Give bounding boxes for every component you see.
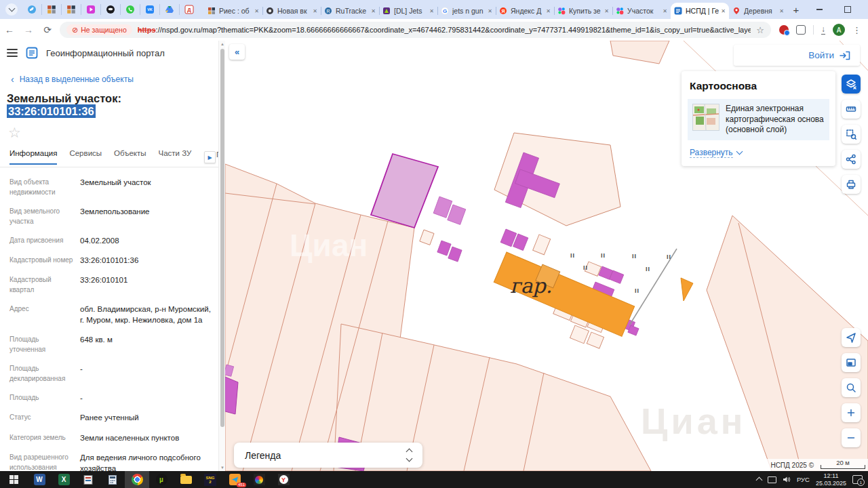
minimize-button[interactable] bbox=[805, 0, 833, 19]
vk-pinned-tab[interactable]: VK bbox=[140, 4, 159, 15]
google-drive-pinned-tab[interactable] bbox=[159, 4, 179, 15]
tab-close-icon[interactable]: ✕ bbox=[779, 8, 784, 14]
browser-tab[interactable]: Риес : об✕ bbox=[204, 3, 262, 19]
taskbar-word[interactable]: W bbox=[27, 471, 52, 488]
taskbar-app-calc[interactable] bbox=[100, 471, 125, 488]
omnibox[interactable]: ⊘ Не защищено https://nspd.gov.ru/map?th… bbox=[60, 22, 771, 38]
login-bar[interactable]: Войти bbox=[734, 45, 860, 66]
reload-button[interactable]: ⟳ bbox=[38, 24, 57, 35]
grid-app-1-pinned-tab[interactable] bbox=[41, 4, 61, 15]
taskbar-excel[interactable]: X bbox=[52, 471, 76, 488]
taskbar-app-doc[interactable] bbox=[76, 471, 100, 488]
basemap-layer-item[interactable]: Единая электронная картографическая осно… bbox=[688, 99, 829, 140]
favorite-star-icon[interactable]: ☆ bbox=[8, 125, 24, 141]
share-tool-button[interactable] bbox=[842, 150, 861, 169]
security-badge[interactable]: ⊘ Не защищено bbox=[66, 24, 132, 35]
grid-app-1-icon bbox=[47, 5, 56, 14]
maximize-button[interactable] bbox=[833, 0, 862, 19]
taskbar-chrome[interactable] bbox=[125, 471, 149, 488]
browser-tab[interactable]: ЯЯндекс Д✕ bbox=[496, 3, 554, 19]
zoom-in-button[interactable] bbox=[842, 403, 861, 422]
taskbar-yandex-browser[interactable]: Y bbox=[271, 471, 296, 488]
chevron-down-icon bbox=[8, 5, 15, 12]
play-app-pinned-tab[interactable] bbox=[81, 4, 100, 15]
clock[interactable]: 12:11 25.03.2025 bbox=[816, 472, 846, 487]
sidebar-tab[interactable]: Объекты bbox=[114, 149, 146, 165]
tab-close-icon[interactable]: ✕ bbox=[721, 8, 726, 14]
sidebar-tab[interactable]: Информация bbox=[9, 149, 57, 165]
tab-close-icon[interactable]: ✕ bbox=[313, 8, 317, 14]
tab-close-icon[interactable]: ✕ bbox=[604, 8, 609, 14]
browser-tab[interactable]: Участок✕ bbox=[612, 3, 671, 19]
print-tool-button[interactable] bbox=[842, 175, 861, 194]
hamburger-menu-icon[interactable] bbox=[7, 47, 18, 59]
language-indicator[interactable]: РУС bbox=[797, 476, 810, 483]
mask-app-pinned-tab[interactable] bbox=[100, 4, 120, 15]
scrollbar-thumb[interactable] bbox=[220, 49, 224, 427]
browser-tab[interactable]: Деревня✕ bbox=[729, 3, 787, 19]
adblock-extension-icon[interactable] bbox=[779, 25, 789, 35]
close-button[interactable] bbox=[862, 0, 868, 19]
browser-tab[interactable]: RRuTracke✕ bbox=[321, 3, 379, 19]
minimap-button[interactable] bbox=[842, 353, 861, 372]
selected-parcel[interactable] bbox=[371, 154, 438, 228]
google-drive-icon bbox=[165, 5, 174, 14]
ruler-tool-button[interactable] bbox=[842, 100, 861, 119]
browser-tab[interactable]: Gjets n gun✕ bbox=[437, 3, 496, 19]
sidebar-tab[interactable]: Части ЗУ bbox=[159, 149, 192, 165]
tray-expand-icon[interactable] bbox=[755, 477, 762, 484]
geolocation-button[interactable] bbox=[842, 328, 861, 347]
browser-tab[interactable]: НСПД | Ге✕ bbox=[671, 3, 729, 19]
portal-header: Геоинформационный портал bbox=[0, 41, 218, 65]
tab-search-button[interactable] bbox=[5, 3, 18, 16]
back-button[interactable]: ← bbox=[0, 24, 19, 35]
back-to-selected-link[interactable]: ‹ Назад в выделенные объекты bbox=[11, 75, 218, 84]
bookmark-star-icon[interactable]: ☆ bbox=[756, 25, 764, 35]
legend-bar[interactable]: Легенда bbox=[234, 443, 422, 468]
area-select-tool-button[interactable] bbox=[842, 125, 861, 144]
field-value: Земельный участок bbox=[80, 177, 214, 197]
legend-label: Легенда bbox=[245, 450, 407, 461]
taskbar-utorrent[interactable]: µ bbox=[149, 471, 174, 488]
tray-monitor-icon[interactable] bbox=[768, 476, 776, 483]
tab-close-icon[interactable]: ✕ bbox=[429, 8, 434, 14]
grid-app-2-pinned-tab[interactable] bbox=[61, 4, 81, 15]
layers-tool-button[interactable] bbox=[842, 75, 861, 94]
field-label: Площадь уточненная bbox=[9, 334, 80, 354]
forward-button[interactable]: → bbox=[19, 24, 38, 35]
browser-tab[interactable]: Купить зе✕ bbox=[554, 3, 612, 19]
taskbar-explorer[interactable] bbox=[174, 471, 198, 488]
taskbar-telegram[interactable]: 451 bbox=[222, 471, 247, 488]
menu-dots-icon[interactable]: ⋮ bbox=[852, 25, 861, 35]
twitter-pinned-tab[interactable] bbox=[22, 4, 41, 15]
tab-close-icon[interactable]: ✕ bbox=[371, 8, 376, 14]
notification-icon[interactable]: 1 bbox=[852, 475, 863, 484]
svg-text:R: R bbox=[326, 9, 330, 14]
zoom-to-extent-button[interactable] bbox=[842, 378, 861, 397]
tab-close-icon[interactable]: ✕ bbox=[546, 8, 551, 14]
whatsapp-pinned-tab[interactable] bbox=[120, 4, 140, 15]
browser-tab[interactable]: [DL] Jets✕ bbox=[379, 3, 437, 19]
start-button[interactable] bbox=[0, 471, 27, 488]
tab-close-icon[interactable]: ✕ bbox=[488, 8, 492, 14]
basemap-expand-link[interactable]: Развернуть bbox=[690, 148, 827, 158]
field-row: Дата присвоения04.02.2008 bbox=[9, 235, 218, 246]
browser-tab[interactable]: Новая вк✕ bbox=[262, 3, 321, 19]
sidebar-collapse-button[interactable]: « bbox=[229, 44, 245, 60]
new-tab-button[interactable]: + bbox=[787, 1, 805, 18]
extensions-icon[interactable] bbox=[796, 25, 806, 35]
sidebar-tab[interactable]: Сервисы bbox=[69, 149, 102, 165]
taskbar-game[interactable]: SNG2 bbox=[198, 471, 222, 488]
tab-close-icon[interactable]: ✕ bbox=[254, 8, 259, 14]
legend-expand-icon[interactable] bbox=[407, 449, 412, 461]
taskbar-photos[interactable] bbox=[247, 471, 271, 488]
tab-close-icon[interactable]: ✕ bbox=[663, 8, 667, 14]
tabs-scroll-right-button[interactable]: ▶ bbox=[204, 151, 216, 163]
sidebar-tabs-row: ИнформацияСервисыОбъектыЧасти ЗУСоста ▶ … bbox=[0, 149, 218, 167]
downloads-icon[interactable]: ↓ bbox=[821, 25, 825, 35]
profile-avatar[interactable]: A bbox=[833, 24, 845, 36]
volume-icon[interactable] bbox=[783, 476, 791, 483]
zoom-out-button[interactable] bbox=[842, 428, 861, 447]
vk-icon: VK bbox=[145, 5, 155, 14]
dzen-pinned-tab[interactable]: Д bbox=[179, 4, 199, 15]
